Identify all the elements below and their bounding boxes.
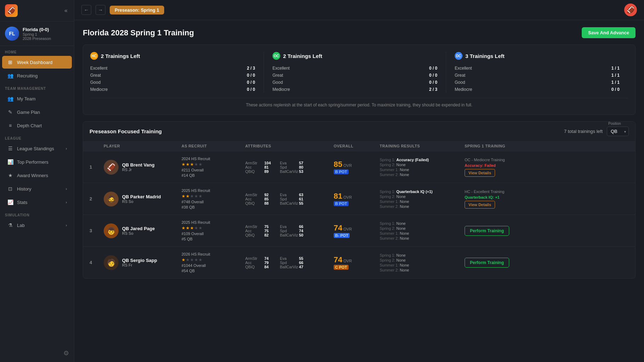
- player-num: 4: [90, 260, 104, 265]
- team-year: 2028 Preseason: [23, 36, 51, 41]
- sidebar-item-week-dashboard[interactable]: ⊞ Week Dashboard: [2, 56, 72, 69]
- perform-training-button[interactable]: Perform Training: [465, 226, 509, 236]
- recruit-class: 2025 HS Recruit: [182, 188, 245, 193]
- col-header-dc: DC 3 Trainings Left: [455, 52, 620, 60]
- perform-training-button[interactable]: Perform Training: [465, 258, 509, 268]
- position-select[interactable]: QBRBWRTE OLDLLBCBS: [607, 127, 629, 136]
- overview-note: These actions replenish at the start of …: [90, 98, 628, 107]
- training-type: OC - Mediocre Training: [465, 158, 505, 162]
- award-winners-icon: ★: [7, 173, 13, 178]
- sidebar-item-league-standings[interactable]: ☰ League Standings ›: [2, 142, 72, 155]
- hc-mediocre-label: Mediocre: [90, 87, 108, 92]
- col-header-spring: Spring 1 Training: [465, 144, 535, 148]
- star-4: ★: [194, 257, 198, 262]
- recruit-stars: ★ ★ ★ ★ ★: [182, 194, 245, 199]
- save-and-advance-button[interactable]: Save And Advance: [582, 27, 636, 38]
- sidebar-item-history[interactable]: ⊡ History ›: [2, 182, 72, 195]
- player-name: QB Jared Page: [122, 226, 155, 231]
- dc-mediocre-label: Mediocre: [455, 87, 472, 92]
- sidebar-item-label: My Team: [17, 96, 36, 101]
- sidebar-item-stats[interactable]: 📈 Stats ›: [2, 196, 72, 209]
- settings-icon[interactable]: ⚙: [63, 349, 69, 357]
- recruit-class: 2024 HS Recruit: [182, 157, 245, 161]
- sidebar-item-label: History: [17, 186, 31, 192]
- view-details-button[interactable]: View Details: [465, 201, 495, 209]
- recruit-info: 2026 HS Recruit ★ ★ ★ ★ ★ #1044 Overall …: [182, 252, 245, 273]
- sidebar-item-lab[interactable]: ⚗ Lab ›: [2, 219, 72, 232]
- sidebar-item-label: Lab: [17, 223, 25, 228]
- lab-icon: ⚗: [7, 222, 13, 228]
- chevron-right-icon: ›: [66, 187, 67, 191]
- star-1: ★: [182, 194, 185, 199]
- player-attributes: ArmStr75 Acc75 QBiQ82 Eva66 Spd74 BallCa…: [245, 224, 334, 237]
- back-button[interactable]: ←: [81, 5, 91, 15]
- col-header-attrs: Attributes: [245, 144, 334, 148]
- sidebar-item-game-plan[interactable]: ✎ Game Plan: [2, 106, 72, 118]
- player-info: 🏈 QB Brent Vang RS Jr: [104, 160, 182, 175]
- avatar: 🧔: [104, 192, 119, 206]
- player-attributes: ArmStr104 Acc81 QBiQ89 Eva57 Spd80 BallC…: [245, 161, 334, 174]
- hc-badge: HC: [90, 52, 98, 60]
- sidebar-item-recruiting[interactable]: 👥 Recruiting: [2, 69, 72, 82]
- view-details-button[interactable]: View Details: [465, 169, 495, 177]
- forward-button[interactable]: →: [96, 5, 105, 15]
- col-header-num: [90, 144, 104, 148]
- sidebar-item-depth-chart[interactable]: ≡ Depth Chart: [2, 119, 72, 132]
- oc-trainings-left: 2 Trainings Left: [283, 53, 322, 59]
- depth-chart-icon: ≡: [7, 123, 13, 128]
- sidebar-item-my-team[interactable]: 👥 My Team: [2, 92, 72, 105]
- app-logo[interactable]: 🏈: [5, 4, 18, 17]
- section-title: Preseason Focused Training: [90, 128, 162, 134]
- col-header-recruit: As Recruit: [182, 144, 245, 148]
- sidebar-item-top-performers[interactable]: 📊 Top Performers: [2, 156, 72, 168]
- sidebar-item-label: League Standings: [17, 146, 54, 151]
- training-result: Quarterback IQ: +1: [465, 195, 500, 199]
- training-results: Spring 1: Quarterback IQ (+1) Spring 2: …: [380, 189, 465, 209]
- star-1: ★: [182, 257, 185, 262]
- player-class: RS Jr: [122, 168, 155, 172]
- dc-row-excellent: Excellent 1 / 1: [455, 65, 620, 72]
- table-row: 3 👦 QB Jared Page RS So 2025 HS Recruit …: [83, 215, 635, 246]
- hc-great-val: 0 / 0: [247, 73, 255, 78]
- hc-trainings-left: 2 Trainings Left: [101, 53, 140, 59]
- star-2: ★: [186, 194, 190, 199]
- football-icon: 🏈: [624, 4, 637, 16]
- team-season: Spring 1: [23, 32, 51, 36]
- player-name: QB Parker Madrid: [122, 194, 161, 199]
- dc-good-val: 1 / 1: [611, 80, 620, 85]
- overview-col-dc: DC 3 Trainings Left Excellent 1 / 1 Grea…: [446, 52, 628, 93]
- recruit-stars: ★ ★ ★ ★ ★: [182, 226, 245, 230]
- stats-icon: 📈: [7, 199, 13, 205]
- player-details: QB Parker Madrid RS So: [122, 194, 161, 204]
- oc-row-great: Great 0 / 0: [272, 72, 437, 79]
- recruit-stars: ★ ★ ★ ★ ★: [182, 162, 245, 167]
- sidebar-item-label: Game Plan: [17, 110, 40, 115]
- trainings-left: 7 total trainings left: [564, 129, 603, 134]
- player-class: RS So: [122, 199, 161, 204]
- col-header-results: Training Results: [380, 144, 465, 148]
- player-name: QB Brent Vang: [122, 162, 155, 168]
- player-attributes: ArmStr74 Acc79 QBiQ84 Eva55 Spd66 BallCa…: [245, 256, 334, 269]
- dc-row-good: Good 1 / 1: [455, 79, 620, 86]
- team-text: Florida (0-0) Spring 1 2028 Preseason: [23, 27, 51, 41]
- overview-col-oc: OC 2 Trainings Left Excellent 0 / 0 Grea…: [264, 52, 446, 93]
- star-1: ★: [182, 226, 185, 230]
- hc-row-mediocre: Mediocre 0 / 0: [90, 86, 255, 93]
- training-type: HC - Excellent Training: [465, 189, 505, 194]
- oc-excellent-label: Excellent: [272, 66, 290, 71]
- sidebar-item-award-winners[interactable]: ★ Award Winners: [2, 169, 72, 182]
- collapse-button[interactable]: «: [63, 6, 69, 15]
- spring-training-col: Perform Training: [465, 226, 535, 236]
- player-overall: 81 OVR B POT: [334, 192, 380, 206]
- player-name: QB Sergio Sapp: [122, 258, 157, 263]
- star-3: ★: [190, 257, 194, 262]
- player-info: 👦 QB Jared Page RS So: [104, 223, 182, 238]
- avatar: 🧑: [104, 255, 119, 270]
- hc-row-great: Great 0 / 0: [90, 72, 255, 79]
- table-row: 4 🧑 QB Sergio Sapp RS Fr 2026 HS Recruit…: [83, 246, 635, 278]
- star-3: ★: [190, 162, 194, 167]
- col-header-overall: Overall: [334, 144, 380, 148]
- dc-good-label: Good: [455, 80, 465, 85]
- topbar-right: 🏈: [624, 4, 637, 16]
- sidebar: 🏈 « FL Florida (0-0) Spring 1 2028 Prese…: [0, 0, 74, 362]
